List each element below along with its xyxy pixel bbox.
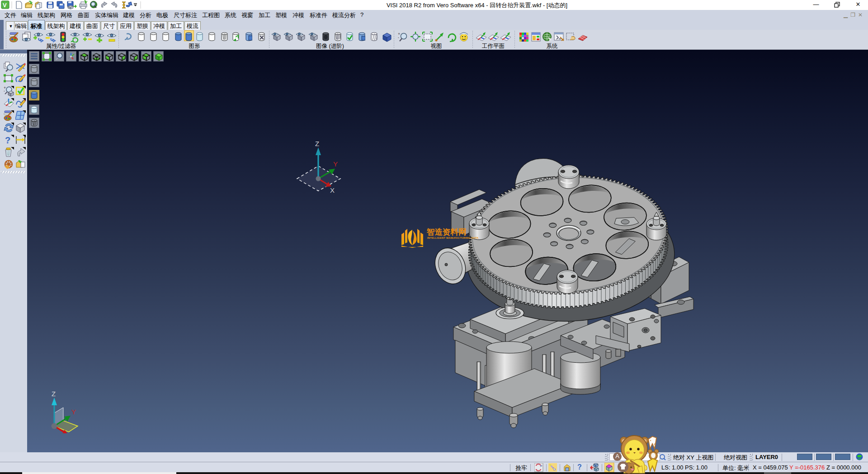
svg-text:Z: Z [52, 390, 56, 398]
svg-text:X: X [330, 186, 335, 194]
svg-text:V: V [3, 2, 7, 9]
svg-text:Y: Y [71, 408, 76, 416]
svg-text:Y: Y [333, 160, 338, 168]
svg-text:-: - [4, 89, 5, 93]
svg-text:Z: Z [315, 140, 319, 147]
svg-text:X: X [66, 433, 71, 433]
svg-text:?: ? [5, 135, 10, 145]
svg-text:-: - [398, 35, 399, 40]
